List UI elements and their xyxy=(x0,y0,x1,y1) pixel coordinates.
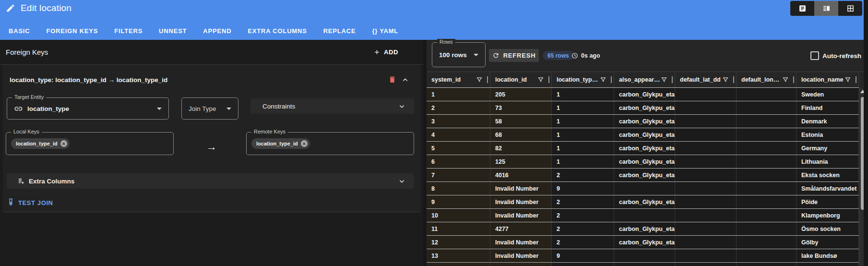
add-foreign-key-button[interactable]: ADD xyxy=(373,48,398,56)
table-cell: 2 xyxy=(427,101,490,114)
view-mode-switcher xyxy=(790,1,862,16)
tab-filters[interactable]: FILTERS xyxy=(106,23,151,40)
target-entity-label: Target Entity xyxy=(12,94,46,100)
table-cell xyxy=(737,101,797,114)
column-label: location_type_id xyxy=(557,76,600,83)
link-icon xyxy=(14,104,23,113)
column-resize-handle[interactable] xyxy=(611,76,612,83)
column-resize-handle[interactable] xyxy=(548,76,549,83)
extra-columns-expander[interactable]: Extra Columns xyxy=(7,173,414,189)
table-cell: 205 xyxy=(490,88,552,101)
column-resize-handle[interactable] xyxy=(487,76,488,83)
table-cell xyxy=(675,128,737,141)
local-keys-field[interactable]: Local Keys location_type_id× xyxy=(6,132,174,155)
table-cell: carbon_Glykpu_eta… xyxy=(614,128,675,141)
delete-foreign-key-button[interactable] xyxy=(388,75,396,84)
dropdown-caret-icon xyxy=(157,108,162,110)
auto-refresh-control: Auto-refresh xyxy=(810,51,861,60)
table-cell: 2 xyxy=(552,222,614,235)
column-label: system_id xyxy=(431,76,461,83)
filter-icon[interactable] xyxy=(844,76,851,83)
tab-append[interactable]: APPEND xyxy=(195,23,239,40)
auto-refresh-checkbox[interactable] xyxy=(810,51,819,60)
chip-remove-icon[interactable]: × xyxy=(301,140,308,147)
refresh-button[interactable]: REFRESH xyxy=(489,49,539,62)
table-cell: Denmark xyxy=(797,115,859,128)
filter-icon[interactable] xyxy=(600,76,606,83)
grid-header: system_idlocation_idlocation_type_idalso… xyxy=(427,72,859,88)
table-cell: 4277 xyxy=(490,222,552,235)
table-cell: 2 xyxy=(552,169,614,181)
column-header-default_long_dd: default_long_dd xyxy=(737,72,797,87)
table-cell: Klampenborg xyxy=(797,209,859,222)
grid-view-button[interactable] xyxy=(838,1,862,16)
tab-foreign-keys[interactable]: FOREIGN KEYS xyxy=(38,23,106,40)
split-view-button[interactable] xyxy=(814,1,838,16)
filter-icon[interactable] xyxy=(722,76,729,83)
filter-icon[interactable] xyxy=(782,76,789,83)
remote-keys-field[interactable]: Remote Keys location_type_id× xyxy=(246,132,414,155)
table-row: 5821carbon_Glykpu_eta…Germany xyxy=(427,142,859,155)
tab-yaml[interactable]: {} YAML xyxy=(364,23,406,40)
table-cell: 125 xyxy=(490,155,552,168)
foreign-keys-panel-header: Foreign Keys ADD xyxy=(0,40,423,65)
rows-limit-select[interactable]: Rows 100 rows xyxy=(432,42,486,67)
table-row: 2731carbon_Glykpu_eta…Finland xyxy=(427,101,859,115)
key-chip[interactable]: location_type_id× xyxy=(11,138,70,149)
table-cell: Smålandsfarvandet xyxy=(797,182,859,195)
table-cell xyxy=(614,249,675,262)
table-cell xyxy=(675,182,737,195)
filter-icon[interactable] xyxy=(661,76,667,83)
join-type-select[interactable]: Join Type xyxy=(181,97,238,120)
chip-remove-icon[interactable]: × xyxy=(60,140,67,147)
dropdown-caret-icon xyxy=(226,108,231,110)
table-cell: Gölby xyxy=(797,236,859,249)
table-cell xyxy=(737,209,797,222)
app-window: Edit location BASICFOREIGN KEYSFILTERSUN… xyxy=(0,0,868,266)
column-resize-handle[interactable] xyxy=(733,76,734,83)
table-cell xyxy=(737,263,797,266)
app-header: Edit location BASICFOREIGN KEYSFILTERSUN… xyxy=(0,0,868,40)
column-resize-handle[interactable] xyxy=(793,76,794,83)
rows-select-value: 100 rows xyxy=(439,51,469,59)
window-scrollbar[interactable] xyxy=(864,0,868,266)
dropdown-caret-icon xyxy=(474,54,478,56)
test-join-button[interactable]: TEST JOIN xyxy=(8,196,53,209)
column-label: location_name xyxy=(801,76,844,83)
test-tube-icon xyxy=(8,198,14,207)
tab-extra-columns[interactable]: EXTRA COLUMNS xyxy=(239,23,315,40)
column-header-default_lat_dd: default_lat_dd xyxy=(675,72,737,87)
grid-body: 12051carbon_Glykpu_eta…Sweden2731carbon_… xyxy=(427,88,859,266)
table-cell: 2 xyxy=(552,195,614,208)
table-cell: carbon_Glykpu_eta… xyxy=(614,142,675,155)
table-cell: Eksta socken xyxy=(797,169,859,181)
column-resize-handle[interactable] xyxy=(672,76,673,83)
filter-icon[interactable] xyxy=(476,76,483,83)
tab-unnest[interactable]: UNNEST xyxy=(151,23,195,40)
add-column-icon xyxy=(17,178,24,185)
article-icon xyxy=(798,4,807,12)
target-entity-select[interactable]: Target Entity location_type xyxy=(7,97,169,120)
constraints-expander[interactable]: Constraints xyxy=(250,98,414,114)
table-cell: carbon_Glykpu_eta… xyxy=(614,88,675,101)
table-cell xyxy=(675,88,737,101)
filter-icon[interactable] xyxy=(537,76,544,83)
table-cell xyxy=(737,128,797,141)
title-row: Edit location xyxy=(6,0,71,16)
key-chip[interactable]: location_type_id× xyxy=(251,138,310,149)
table-cell: carbon_Glykpu_eta… xyxy=(614,222,675,235)
foreign-key-summary: location_type: location_type_id → locati… xyxy=(10,76,167,84)
collapse-card-button[interactable] xyxy=(402,76,409,84)
column-label: default_long_dd xyxy=(741,76,782,83)
table-cell: Sweden xyxy=(797,88,859,101)
table-cell xyxy=(675,249,737,262)
remote-keys-chips: location_type_id× xyxy=(247,133,414,155)
document-view-button[interactable] xyxy=(790,1,814,16)
target-entity-value: location_type xyxy=(27,105,153,112)
tab-basic[interactable]: BASIC xyxy=(0,23,38,40)
tab-replace[interactable]: REPLACE xyxy=(315,23,364,40)
column-label: also_appears_in xyxy=(619,76,661,83)
table-cell xyxy=(737,142,797,155)
table-row: 61251carbon_Glykpu_eta…Lithuania xyxy=(427,155,859,169)
column-resize-handle[interactable] xyxy=(856,76,856,83)
